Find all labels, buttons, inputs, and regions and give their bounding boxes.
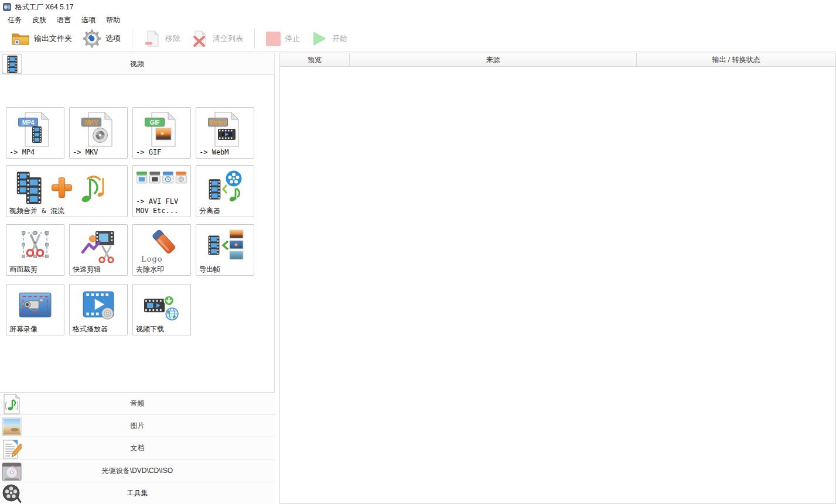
category-label: 工具集 — [0, 482, 275, 504]
tile-label: 视频合并 & 混流 — [9, 206, 64, 215]
clear-list-button[interactable]: 清空列表 — [186, 28, 248, 50]
gif-file-icon: GIF — [145, 111, 179, 148]
picture-icon — [2, 417, 22, 436]
film-reel-icon — [2, 484, 22, 503]
clear-list-label: 清空列表 — [213, 33, 243, 44]
tile-label: -> WebM — [199, 148, 229, 157]
category-picture[interactable]: 图片 — [0, 414, 275, 437]
mp4-file-icon: MP4 — [18, 111, 52, 148]
category-label: 图片 — [0, 415, 275, 437]
tile-export-frames[interactable]: 导出帧 — [196, 224, 254, 276]
gif-badge: GIF — [145, 118, 165, 126]
menu-help[interactable]: 帮助 — [101, 14, 125, 26]
tile-label: 格式播放器 — [73, 324, 108, 334]
tile-label: -> MP4 — [9, 148, 35, 157]
tile-label: -> AVI FLVMOV Etc... — [136, 197, 178, 215]
play-icon — [310, 30, 328, 47]
window-title: 格式工厂 X64 5.17 — [15, 2, 73, 12]
mp4-badge: MP4 — [18, 118, 38, 126]
tile-label: 分离器 — [199, 206, 220, 215]
category-label: 音频 — [0, 393, 275, 414]
toolbar: 输出文件夹 选项 移除 — [0, 26, 836, 52]
tile-to-mkv[interactable]: MKV -> MKV — [69, 107, 128, 159]
crop-scissors-icon — [19, 228, 52, 262]
app-icon — [3, 3, 11, 11]
tile-remove-watermark[interactable]: Logo 去除水印 — [132, 224, 191, 276]
tile-to-avi-flv-mov[interactable]: -> AVI FLVMOV Etc... — [132, 165, 191, 217]
menu-skin[interactable]: 皮肤 — [27, 14, 52, 26]
category-toolset[interactable]: 工具集 — [0, 482, 275, 504]
category-video-header[interactable]: 视频 — [0, 53, 275, 75]
disc-drive-icon — [2, 462, 22, 481]
gear-icon — [83, 29, 101, 48]
tile-video-download[interactable]: 视频下载 — [132, 284, 191, 335]
screen-record-icon — [18, 292, 52, 320]
tile-label: 快速剪辑 — [73, 265, 101, 274]
tile-video-merge-mux[interactable]: 视频合并 & 混流 — [6, 165, 128, 217]
toolbar-separator — [132, 29, 132, 49]
category-optical-dvd-cd-iso[interactable]: 光驱设备\DVD\CD\ISO — [0, 460, 275, 482]
splitter-icon — [206, 170, 244, 204]
category-label: 文档 — [0, 437, 275, 459]
tile-to-mp4[interactable]: MP4 -> MP4 — [6, 107, 64, 159]
sidebar: 视频 MP4 -> MP4 — [0, 53, 275, 504]
logo-watermark-text: Logo — [141, 255, 163, 263]
quick-clip-icon — [80, 230, 117, 263]
start-button[interactable]: 开始 — [305, 28, 353, 50]
tile-crop[interactable]: 画面裁剪 — [6, 224, 64, 276]
category-document[interactable]: 文档 — [0, 437, 275, 459]
folder-icon — [11, 31, 30, 46]
task-list-panel: 预览 来源 输出 / 转换状态 — [279, 53, 836, 504]
tile-label: 视频下载 — [136, 324, 164, 334]
export-frames-icon — [206, 229, 244, 262]
tile-screen-record[interactable]: 屏幕录像 — [6, 284, 64, 335]
tile-label: 画面裁剪 — [9, 265, 37, 274]
task-list-body[interactable] — [280, 67, 835, 503]
remove-file-icon — [144, 30, 161, 47]
column-header-preview[interactable]: 预览 — [280, 53, 349, 66]
menu-tasks[interactable]: 任务 — [2, 14, 27, 26]
remove-button[interactable]: 移除 — [138, 28, 186, 50]
tile-label: 去除水印 — [136, 265, 164, 274]
mkv-badge: MKV — [81, 118, 101, 126]
tile-splitter[interactable]: 分离器 — [196, 165, 254, 217]
category-label: 光驱设备\DVD\CD\ISO — [0, 460, 275, 482]
mkv-file-icon: MKV — [81, 111, 115, 148]
tile-quick-clip[interactable]: 快速剪辑 — [69, 224, 128, 276]
music-note — [81, 177, 104, 203]
titlebar: 格式工厂 X64 5.17 — [0, 0, 836, 14]
task-list-header: 预览 来源 输出 / 转换状态 — [280, 53, 835, 67]
tile-to-gif[interactable]: GIF -> GIF — [132, 107, 191, 159]
menubar: 任务 皮肤 语言 选项 帮助 — [0, 14, 836, 26]
audio-icon — [2, 394, 22, 415]
options-label: 选项 — [105, 33, 121, 44]
document-icon — [2, 438, 22, 460]
video-download-icon — [144, 294, 179, 322]
player-icon — [82, 290, 115, 321]
category-audio[interactable]: 音频 — [0, 392, 275, 414]
webm-file-icon: Webm — [208, 111, 242, 148]
category-accordion: 音频 图片 — [0, 392, 275, 504]
tile-label: -> GIF — [136, 148, 161, 157]
tile-label: 导出帧 — [199, 265, 220, 274]
video-header-label: 视频 — [0, 53, 274, 74]
tile-to-webm[interactable]: Webm -> WebM — [196, 107, 254, 159]
menu-options[interactable]: 选项 — [76, 14, 101, 26]
output-folder-label: 输出文件夹 — [34, 33, 72, 44]
video-merge-icon — [10, 170, 122, 207]
toolbar-separator — [254, 29, 255, 49]
remove-label: 移除 — [165, 33, 180, 44]
clear-list-icon — [191, 30, 209, 47]
tile-label: -> MKV — [73, 148, 98, 157]
stop-button[interactable]: 停止 — [261, 28, 305, 50]
menu-language[interactable]: 语言 — [52, 14, 76, 26]
tile-label: 屏幕录像 — [9, 324, 37, 334]
stop-label: 停止 — [285, 33, 300, 44]
column-header-output-status[interactable]: 输出 / 转换状态 — [636, 53, 835, 66]
output-folder-button[interactable]: 输出文件夹 — [6, 28, 77, 50]
webm-badge: Webm — [208, 118, 228, 126]
tile-format-player[interactable]: 格式播放器 — [69, 284, 128, 335]
column-header-source[interactable]: 来源 — [349, 53, 636, 66]
options-button[interactable]: 选项 — [77, 28, 126, 50]
multi-format-icon — [137, 172, 187, 191]
